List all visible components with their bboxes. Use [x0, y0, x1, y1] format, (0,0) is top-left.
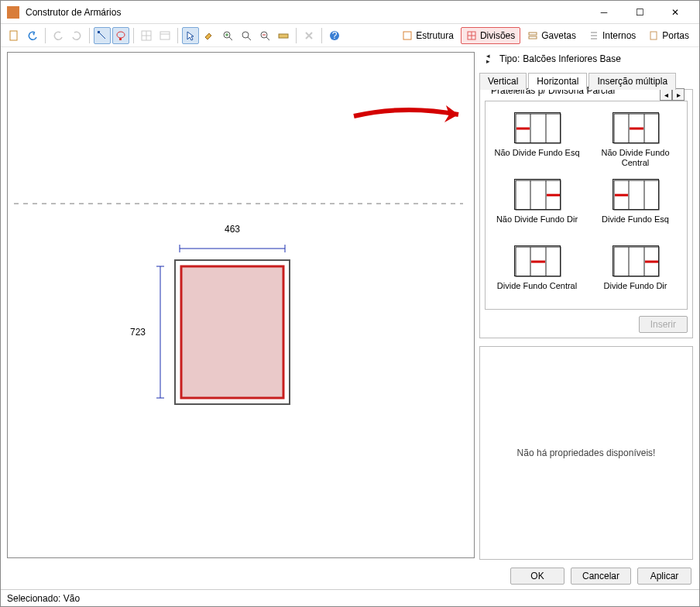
dialog-buttons: OK Cancelar Aplicar [1, 563, 699, 589]
main-area: 463 723 ◂▸ Tipo: Balcões Inferiores Base… [1, 47, 699, 563]
svg-line-16 [266, 37, 269, 40]
tab-container: Vertical Horizontal Inserção múltipla Pr… [479, 72, 693, 338]
tab-vertical[interactable]: Vertical [479, 73, 527, 90]
internos-icon [588, 30, 599, 41]
inserir-button[interactable]: Inserir [639, 316, 688, 333]
height-label: 723 [130, 327, 146, 338]
zoom-in-icon[interactable] [219, 27, 236, 44]
options-grid: Não Divide Fundo Esq Não Divide Fundo Ce… [489, 109, 684, 304]
right-panel: ◂▸ Tipo: Balcões Inferiores Base Vertica… [476, 47, 699, 563]
option-nf-esq[interactable]: Não Divide Fundo Esq [492, 112, 582, 168]
mode-label: Divisões [480, 30, 515, 41]
undo2-icon[interactable] [50, 27, 67, 44]
svg-line-14 [248, 37, 251, 40]
svg-line-10 [229, 37, 232, 40]
option-label: Não Divide Fundo Central [590, 148, 681, 168]
mode-internos[interactable]: Internos [583, 27, 641, 44]
maximize-button[interactable]: ☐ [622, 1, 657, 24]
width-label: 463 [225, 224, 240, 235]
mode-divisoes[interactable]: Divisões [461, 27, 520, 44]
toolbar: ? Estrutura Divisões Gavetas Internos Po… [1, 24, 699, 47]
tabs: Vertical Horizontal Inserção múltipla [479, 72, 693, 90]
option-label: Divide Fundo Central [497, 281, 577, 301]
svg-point-2 [117, 32, 125, 38]
estrutura-icon [402, 30, 413, 41]
properties-panel: Não há propriedades disponíveis! [479, 346, 693, 560]
option-df-central[interactable]: Divide Fundo Central [492, 245, 582, 301]
svg-rect-0 [10, 31, 17, 40]
zoom-out-icon[interactable] [256, 27, 273, 44]
option-label: Não Divide Fundo Dir [496, 214, 578, 235]
grid-icon[interactable] [138, 27, 155, 44]
tab-insercao-multipla[interactable]: Inserção múltipla [588, 73, 676, 90]
svg-rect-7 [160, 32, 170, 39]
options-box: Não Divide Fundo Esq Não Divide Fundo Ce… [485, 101, 688, 310]
option-df-esq[interactable]: Divide Fundo Esq [590, 179, 681, 235]
group-pager: ◂ ▸ [660, 88, 685, 101]
schedule-icon[interactable] [156, 27, 173, 44]
pager-next[interactable]: ▸ [672, 88, 685, 101]
separator [296, 28, 297, 43]
thumb-icon [612, 179, 659, 210]
thumb-icon [612, 112, 659, 143]
mode-estrutura[interactable]: Estrutura [396, 27, 459, 44]
select-rect-icon[interactable] [94, 27, 111, 44]
tipo-value: Balcões Inferiores Base [523, 53, 621, 64]
option-nf-dir[interactable]: Não Divide Fundo Dir [492, 179, 582, 235]
select-lasso-icon[interactable] [112, 27, 129, 44]
minimize-button[interactable]: ─ [586, 1, 622, 24]
separator [45, 28, 46, 43]
svg-rect-1 [98, 31, 100, 33]
mode-portas[interactable]: Portas [643, 27, 695, 44]
mode-label: Estrutura [416, 30, 454, 41]
option-label: Divide Fundo Esq [602, 214, 669, 235]
ok-button[interactable]: OK [510, 568, 564, 585]
paint-icon[interactable] [201, 27, 218, 44]
divisoes-icon [466, 30, 477, 41]
cancelar-button[interactable]: Cancelar [571, 568, 631, 585]
tab-horizontal[interactable]: Horizontal [528, 73, 587, 90]
zoom-fit-icon[interactable] [238, 27, 255, 44]
svg-text:?: ? [332, 30, 338, 41]
window-title: Construtor de Armários [26, 7, 586, 18]
separator [89, 28, 90, 43]
portas-icon [648, 30, 659, 41]
option-label: Divide Fundo Dir [604, 281, 667, 301]
separator [177, 28, 178, 43]
new-icon[interactable] [5, 27, 22, 44]
option-nf-central[interactable]: Não Divide Fundo Central [590, 112, 681, 168]
svg-point-13 [242, 32, 249, 38]
group-prateleiras: Prateleiras p/ Divisória Parcial ◂ ▸ Não… [479, 89, 693, 338]
mode-label: Gavetas [541, 30, 576, 41]
undo-icon[interactable] [24, 27, 41, 44]
pager-prev[interactable]: ◂ [660, 88, 672, 101]
svg-rect-18 [279, 34, 288, 38]
cursor-icon[interactable] [182, 27, 199, 44]
close-button[interactable]: ✕ [657, 1, 693, 24]
mode-label: Portas [662, 30, 689, 41]
svg-rect-30 [650, 32, 657, 39]
drawing-canvas[interactable]: 463 723 [7, 52, 475, 558]
option-label: Não Divide Fundo Esq [494, 148, 579, 168]
collapse-toggle[interactable]: ◂▸ [482, 53, 493, 64]
mode-buttons: Estrutura Divisões Gavetas Internos Port… [396, 27, 695, 44]
svg-rect-21 [403, 32, 411, 39]
tipo-row: ◂▸ Tipo: Balcões Inferiores Base [479, 52, 693, 67]
app-icon [7, 6, 19, 19]
separator [133, 28, 134, 43]
mode-gavetas[interactable]: Gavetas [522, 27, 582, 44]
aplicar-button[interactable]: Aplicar [637, 568, 691, 585]
insert-row: Inserir [485, 316, 688, 333]
thumb-icon [612, 245, 659, 276]
help-icon[interactable]: ? [326, 27, 343, 44]
redo-icon[interactable] [68, 27, 85, 44]
svg-rect-36 [181, 266, 283, 398]
title-bar: Construtor de Armários ─ ☐ ✕ [1, 1, 699, 24]
measure-icon[interactable] [275, 27, 292, 44]
gavetas-icon [527, 30, 538, 41]
delete-icon[interactable] [300, 27, 317, 44]
svg-rect-26 [529, 36, 537, 39]
option-df-dir[interactable]: Divide Fundo Dir [590, 245, 681, 301]
status-bar: Selecionado: Vão [1, 589, 699, 606]
status-text: Selecionado: Vão [7, 593, 80, 604]
